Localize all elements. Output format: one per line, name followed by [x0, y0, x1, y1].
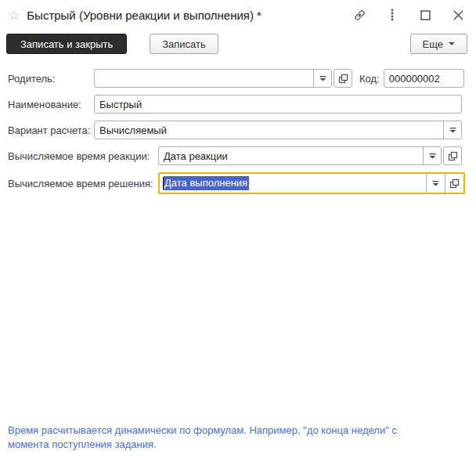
more-button[interactable]: Еще [410, 34, 467, 54]
calc-variant-dropdown-button[interactable] [443, 121, 461, 139]
reaction-time-dropdown-button[interactable] [423, 147, 441, 164]
hint-text: Время расчитывается динамически по форму… [8, 424, 435, 452]
copy-link-icon[interactable] [352, 8, 366, 22]
reaction-time-row: Вычисляемое время реакции: Дата реакции [8, 146, 468, 165]
window-titlebar: ☆ Быстрый (Уровни реакции и выполнения) … [0, 0, 476, 30]
parent-open-button[interactable] [334, 69, 352, 88]
name-input[interactable]: Быстрый [94, 95, 462, 114]
window-title: Быстрый (Уровни реакции и выполнения) * [27, 9, 352, 22]
calc-variant-row: Вариант расчета: Вычисляемый [8, 121, 468, 139]
command-bar: Записать и закрыть Записать Еще [0, 30, 476, 61]
name-label: Наименование: [8, 99, 94, 110]
calc-variant-select[interactable]: Вычисляемый [94, 121, 462, 139]
resolution-time-row: Вычисляемое время решения: Дата выполнен… [8, 172, 468, 194]
reaction-time-open-button[interactable] [443, 146, 462, 165]
calc-variant-label: Вариант расчета: [8, 124, 94, 136]
save-and-close-button[interactable]: Записать и закрыть [6, 34, 127, 54]
resolution-time-input-focused[interactable]: Дата выполнения [158, 172, 465, 194]
reaction-time-value[interactable]: Дата реакции [159, 147, 423, 164]
chevron-down-icon [449, 42, 455, 45]
save-button[interactable]: Записать [150, 34, 218, 54]
name-value: Быстрый [99, 99, 142, 110]
parent-value[interactable] [95, 70, 313, 87]
parent-label: Родитель: [8, 73, 94, 85]
code-input[interactable]: 000000002 [384, 69, 464, 88]
more-button-label: Еще [423, 38, 443, 50]
favorite-star-icon[interactable]: ☆ [8, 9, 20, 22]
reaction-time-input[interactable]: Дата реакции [158, 146, 442, 165]
resolution-time-dropdown-button[interactable] [426, 174, 445, 193]
parent-input[interactable] [94, 69, 332, 88]
parent-dropdown-button[interactable] [313, 70, 331, 87]
maximize-icon[interactable] [418, 8, 432, 22]
resolution-time-label: Вычисляемое время решения: [8, 178, 158, 189]
code-value: 000000002 [389, 73, 440, 85]
resolution-time-value: Дата выполнения [164, 176, 249, 190]
close-icon[interactable] [451, 8, 465, 22]
name-row: Наименование: Быстрый [8, 95, 468, 114]
resolution-time-text[interactable]: Дата выполнения [160, 174, 426, 193]
form-area: Родитель: Код: 000000002 Наименование: Б… [0, 61, 476, 194]
reaction-time-label: Вычисляемое время реакции: [8, 150, 158, 162]
code-label: Код: [359, 73, 380, 85]
resolution-time-open-button[interactable] [445, 174, 463, 193]
parent-row: Родитель: Код: 000000002 [8, 69, 468, 88]
calc-variant-value[interactable]: Вычисляемый [95, 121, 443, 139]
more-menu-dots-icon[interactable] [385, 8, 399, 22]
